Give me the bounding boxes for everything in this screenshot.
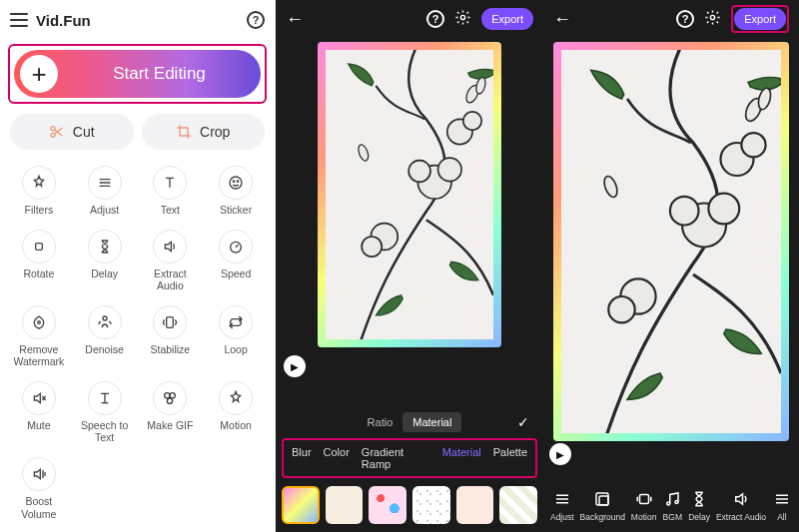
toolbar-background[interactable]: Background [580,489,625,522]
material-thumb-5[interactable] [456,486,494,524]
confirm-icon[interactable]: ✓ [517,414,529,430]
export-button[interactable]: Export [734,8,786,30]
toolbar-adjust[interactable]: Adjust [550,489,574,522]
tool-label: Sticker [220,204,252,216]
svg-point-11 [51,127,55,131]
tool-label: Text [161,204,180,216]
material-chips-highlight: BlurColorGradient RampMaterialPalette [282,438,537,478]
material-thumb-6[interactable] [499,486,537,524]
toolbar-all[interactable]: All [772,489,792,522]
tool-speed[interactable]: Speed [203,230,269,291]
tool-rotate[interactable]: Rotate [6,230,72,291]
material-thumb-4[interactable] [412,486,450,524]
back-icon[interactable]: ← [553,9,571,30]
tool-label: Extract Audio [140,267,200,291]
extract-audio-icon [731,489,751,509]
bgm-icon [662,489,682,509]
svg-point-29 [667,502,670,505]
tool-stabilize[interactable]: Stabilize [138,305,204,367]
plus-icon: + [20,55,58,93]
toolbar-label: Background [580,512,625,522]
settings-icon[interactable] [704,9,721,30]
tool-speech-to-text[interactable]: Speech to Text [72,381,138,443]
chip-material[interactable]: Material [442,446,481,470]
boost-volume-icon [22,457,56,491]
tool-sticker[interactable]: Sticker [203,166,269,216]
svg-rect-26 [596,493,608,505]
scissors-icon [49,124,65,140]
all-icon [772,489,792,509]
svg-point-23 [168,398,173,403]
preview-frame [553,42,789,441]
tab-ratio[interactable]: Ratio [358,412,403,432]
make-gif-icon [153,381,187,415]
mid-header: ← ? Export [276,0,543,38]
svg-point-13 [230,177,242,189]
tool-delay[interactable]: Delay [72,230,138,291]
svg-point-24 [461,15,465,19]
cut-label: Cut [73,124,95,140]
tool-label: Make GIF [147,419,193,431]
crop-label: Crop [200,124,230,140]
svg-point-15 [237,181,238,182]
start-editing-label: Start Editing [58,64,261,84]
cut-button[interactable]: Cut [10,114,134,150]
toolbar-bgm[interactable]: BGM [662,489,682,522]
help-icon[interactable]: ? [247,11,265,29]
settings-icon[interactable] [454,9,471,30]
crop-button[interactable]: Crop [142,114,266,150]
material-thumb-3[interactable] [369,486,406,524]
back-icon[interactable]: ← [286,9,304,30]
tool-text[interactable]: Text [138,166,204,216]
tool-label: Rotate [23,267,54,279]
tool-mute[interactable]: Mute [6,381,72,443]
tool-make-gif[interactable]: Make GIF [138,381,204,443]
stabilize-icon [153,305,187,339]
play-button[interactable]: ▶ [549,443,571,465]
mute-icon [22,381,56,415]
help-icon[interactable]: ? [676,10,694,28]
play-button[interactable]: ▶ [284,355,306,377]
toolbar-motion[interactable]: Motion [631,489,657,522]
tool-loop[interactable]: Loop [203,305,269,367]
delay-icon [689,489,709,509]
tool-motion[interactable]: Motion [203,381,269,443]
svg-point-14 [233,181,234,182]
preview-canvas[interactable] [326,50,493,339]
svg-point-25 [711,15,715,19]
svg-point-22 [170,393,175,398]
toolbar-delay[interactable]: Delay [688,489,710,522]
adjust-icon [88,166,122,200]
export-button[interactable]: Export [481,8,533,30]
material-thumb-1[interactable] [282,486,320,524]
tab-material[interactable]: Material [402,412,461,432]
editor-panel-material: ← ? Export ▶ Ratio Material ✓ BlurColorG… [276,0,543,532]
material-thumb-2[interactable] [326,486,364,524]
material-thumbnails [276,478,543,524]
start-editing-button[interactable]: + Start Editing [14,50,261,98]
tool-adjust[interactable]: Adjust [72,166,138,216]
svg-point-21 [165,393,170,398]
help-icon[interactable]: ? [426,10,444,28]
extract-audio-icon [153,230,187,264]
tool-filters[interactable]: Filters [6,166,72,216]
sticker-icon [219,166,253,200]
chip-gradient-ramp[interactable]: Gradient Ramp [362,446,430,470]
text-icon [153,166,187,200]
tool-denoise[interactable]: Denoise [72,305,138,367]
bottom-toolbar: AdjustBackgroundMotionBGMDelayExtract Au… [543,489,799,532]
chip-blur[interactable]: Blur [292,446,312,470]
toolbar-extract-audio[interactable]: Extract Audio [716,489,766,522]
svg-rect-16 [36,244,43,251]
tool-remove-watermark[interactable]: Remove Watermark [6,305,72,367]
preview-canvas[interactable] [561,50,781,433]
material-chips: BlurColorGradient RampMaterialPalette [284,440,535,476]
chip-color[interactable]: Color [324,446,350,470]
menu-icon[interactable] [10,13,28,27]
app-title: Vid.Fun [36,12,91,29]
tool-extract-audio[interactable]: Extract Audio [138,230,204,291]
tool-boost-volume[interactable]: Boost Volume [6,457,72,519]
chip-palette[interactable]: Palette [493,446,527,470]
adjust-icon [552,489,572,509]
tool-label: Mute [27,419,50,431]
